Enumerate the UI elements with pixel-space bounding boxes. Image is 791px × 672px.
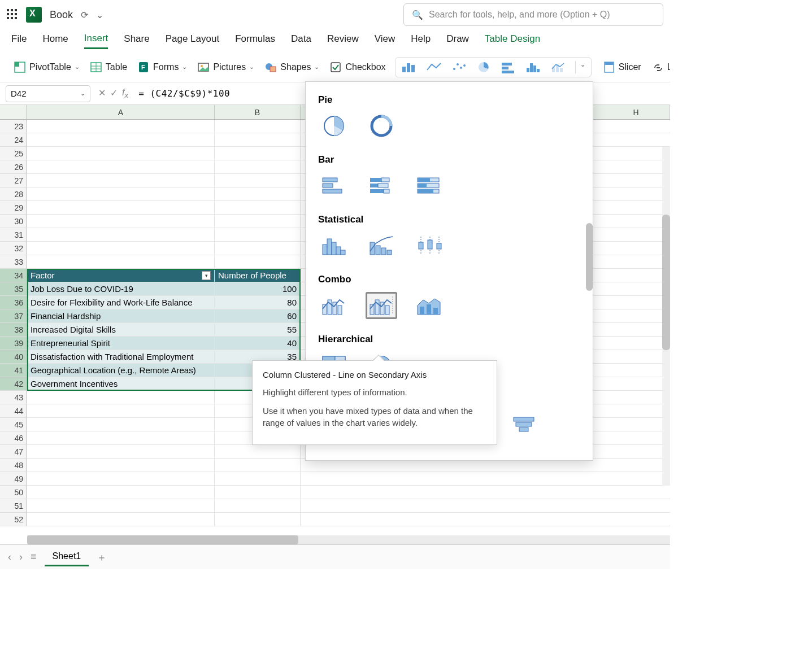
pareto-option[interactable]	[366, 232, 397, 259]
add-sheet-button[interactable]: ＋	[97, 551, 107, 564]
horizontal-scrollbar[interactable]	[27, 535, 670, 544]
funnel-option[interactable]	[508, 412, 540, 439]
forms-button[interactable]: F Forms⌄	[134, 59, 190, 76]
name-box[interactable]: D42 ⌄	[6, 85, 90, 102]
row-header[interactable]: 37	[0, 309, 27, 323]
ribbon-tab-insert[interactable]: Insert	[84, 33, 108, 49]
row-header[interactable]: 45	[0, 418, 27, 431]
cell[interactable]	[27, 459, 215, 472]
ribbon-tab-page-layout[interactable]: Page Layout	[166, 33, 219, 48]
doughnut-chart-option[interactable]	[366, 112, 397, 139]
row-header[interactable]: 52	[0, 513, 27, 526]
table-header-cell[interactable]: Factor▾	[27, 269, 215, 282]
combo-stacked-area-option[interactable]	[413, 292, 445, 319]
accept-formula-icon[interactable]: ✓	[110, 88, 118, 99]
row-header[interactable]: 28	[0, 187, 27, 201]
cell[interactable]	[27, 486, 215, 499]
column-header-H[interactable]: H	[602, 105, 670, 119]
table-cell[interactable]: Job Loss Due to COVID-19	[27, 282, 215, 295]
row-header[interactable]: 47	[0, 445, 27, 459]
cell[interactable]	[215, 255, 301, 268]
ribbon-tab-file[interactable]: File	[11, 33, 27, 48]
cell[interactable]	[27, 187, 215, 200]
combo-clustered-line-secondary-option[interactable]	[366, 292, 397, 319]
ribbon-tab-draw[interactable]: Draw	[446, 33, 469, 48]
chart-dropdown-button[interactable]: ⌄	[575, 61, 585, 73]
cell[interactable]	[27, 201, 215, 214]
scatter-chart-icon[interactable]	[451, 61, 468, 73]
sheet-nav-prev[interactable]: ‹	[8, 551, 11, 563]
ribbon-tab-view[interactable]: View	[375, 33, 395, 48]
bar-clustered-option[interactable]	[318, 172, 350, 199]
cell[interactable]	[215, 472, 301, 485]
cell[interactable]	[27, 445, 215, 458]
pie-chart-icon[interactable]	[476, 61, 493, 73]
row-header[interactable]: 26	[0, 160, 27, 174]
row-header[interactable]: 25	[0, 147, 27, 160]
row-header[interactable]: 23	[0, 120, 27, 133]
row-header[interactable]: 41	[0, 364, 27, 377]
table-cell[interactable]: Increased Digital Skills	[27, 323, 215, 336]
cell[interactable]	[215, 174, 301, 187]
row-header[interactable]: 24	[0, 133, 27, 147]
cell[interactable]	[215, 147, 301, 160]
search-input[interactable]: 🔍 Search for tools, help, and more (Opti…	[403, 3, 663, 26]
sheet-nav-next[interactable]: ›	[19, 551, 23, 563]
ribbon-tab-table-design[interactable]: Table Design	[485, 33, 540, 48]
pivottable-button[interactable]: PivotTable⌄	[10, 59, 83, 76]
cell[interactable]	[215, 133, 301, 146]
cell[interactable]	[27, 499, 215, 512]
autosave-icon[interactable]: ⟳	[81, 10, 88, 20]
all-sheets-icon[interactable]: ≡	[31, 551, 37, 563]
cell[interactable]	[215, 513, 301, 526]
table-cell[interactable]: Desire for Flexibility and Work-Life Bal…	[27, 296, 215, 309]
pictures-button[interactable]: Pictures⌄	[194, 59, 258, 76]
row-header[interactable]: 44	[0, 404, 27, 418]
table-cell[interactable]: Dissatisfaction with Traditional Employm…	[27, 350, 215, 363]
fx-icon[interactable]: fx	[122, 88, 128, 99]
column-header-B[interactable]: B	[215, 105, 301, 119]
table-cell[interactable]: Financial Hardship	[27, 309, 215, 322]
column-header-A[interactable]: A	[27, 105, 215, 119]
shapes-button[interactable]: Shapes⌄	[261, 59, 323, 76]
vertical-scrollbar[interactable]	[662, 147, 670, 486]
slicer-button[interactable]: Slicer	[599, 59, 645, 76]
bar-stacked-option[interactable]	[366, 172, 397, 199]
row-header[interactable]: 38	[0, 323, 27, 337]
cell[interactable]	[27, 472, 215, 485]
row-header[interactable]: 48	[0, 459, 27, 472]
row-header[interactable]: 33	[0, 255, 27, 269]
cell[interactable]	[215, 486, 301, 499]
table-cell[interactable]: Government Incentives	[27, 377, 215, 390]
select-all-button[interactable]	[0, 105, 27, 119]
combo-chart-icon[interactable]	[550, 61, 567, 73]
row-header[interactable]: 42	[0, 377, 27, 391]
cell[interactable]	[27, 255, 215, 268]
cell[interactable]	[215, 242, 301, 255]
workbook-title[interactable]: Book	[50, 9, 73, 21]
row-header[interactable]: 32	[0, 242, 27, 255]
cell[interactable]	[27, 228, 215, 241]
cell[interactable]	[27, 160, 215, 173]
cell[interactable]	[27, 513, 215, 526]
combo-clustered-line-option[interactable]	[318, 292, 350, 319]
cell[interactable]	[215, 120, 301, 133]
ribbon-tab-share[interactable]: Share	[124, 33, 149, 48]
ribbon-tab-data[interactable]: Data	[291, 33, 311, 48]
cell[interactable]	[215, 445, 301, 458]
ribbon-tab-review[interactable]: Review	[327, 33, 359, 48]
row-header[interactable]: 50	[0, 486, 27, 499]
cell[interactable]	[215, 228, 301, 241]
row-header[interactable]: 30	[0, 215, 27, 228]
row-header[interactable]: 29	[0, 201, 27, 215]
cell[interactable]	[27, 418, 215, 431]
row-header[interactable]: 34	[0, 269, 27, 282]
ribbon-tab-formulas[interactable]: Formulas	[235, 33, 275, 48]
cell[interactable]	[27, 431, 215, 444]
cell[interactable]	[215, 160, 301, 173]
cell[interactable]	[215, 201, 301, 214]
cell[interactable]	[27, 147, 215, 160]
row-header[interactable]: 43	[0, 391, 27, 404]
row-header[interactable]: 51	[0, 499, 27, 513]
cell[interactable]	[215, 187, 301, 200]
